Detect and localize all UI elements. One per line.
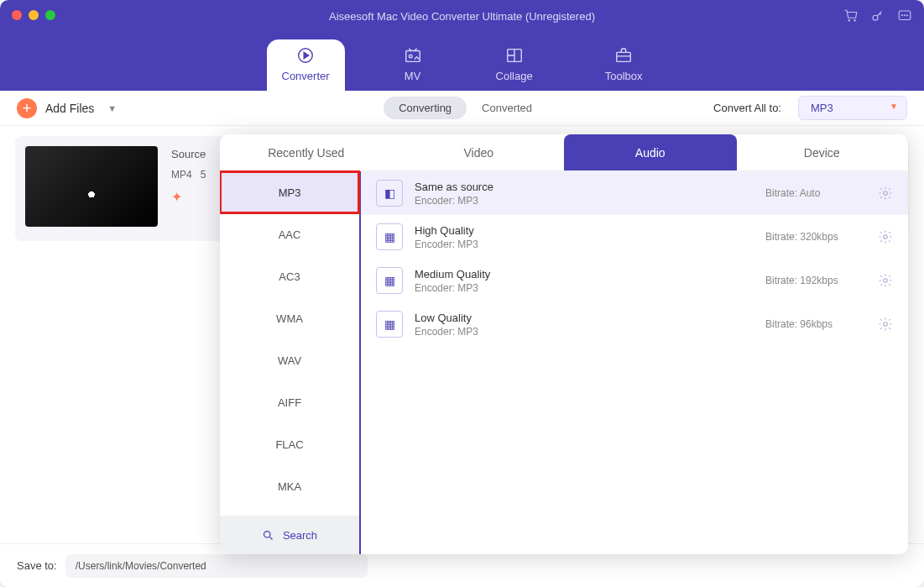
format-wma[interactable]: WMA [220, 297, 359, 339]
status-toggle: Converting Converted [384, 97, 547, 119]
svg-rect-7 [405, 51, 420, 62]
popover-body: MP3 AAC AC3 WMA WAV AIFF FLAC MKA Search… [220, 171, 908, 554]
preset-title: Low Quality [415, 312, 478, 324]
main-tabs: Converter MV Collage Toolbox [0, 32, 924, 91]
cart-icon[interactable] [843, 8, 859, 27]
format-flac[interactable]: FLAC [220, 423, 359, 465]
tab-converter[interactable]: Converter [267, 39, 345, 91]
convert-all-label: Convert All to: [713, 102, 781, 114]
popover-tab-device[interactable]: Device [736, 134, 909, 170]
toggle-converted[interactable]: Converted [467, 97, 547, 119]
svg-point-4 [907, 15, 908, 16]
file-meta: Source MP4 5 ✦ [171, 146, 206, 231]
preset-list: ◧ Same as source Encoder: MP3 Bitrate: A… [361, 171, 908, 554]
search-icon [262, 529, 274, 542]
preset-bitrate: Bitrate: 192kbps [765, 275, 866, 286]
gear-icon[interactable] [878, 273, 893, 288]
popover-tab-audio[interactable]: Audio [564, 134, 737, 170]
preset-bitrate: Bitrate: 320kbps [765, 231, 866, 243]
preset-icon: ▦ [376, 223, 403, 250]
preset-bitrate: Bitrate: Auto [765, 187, 866, 199]
chevron-down-icon[interactable]: ▼ [107, 103, 117, 113]
svg-point-15 [884, 322, 888, 327]
format-ac3[interactable]: AC3 [220, 255, 359, 297]
preset-encoder: Encoder: MP3 [415, 195, 493, 207]
svg-point-13 [884, 235, 888, 239]
save-path-field[interactable]: /Users/link/Movies/Converted [65, 554, 368, 578]
preset-title: Medium Quality [415, 268, 490, 280]
codec-badge: MP4 [171, 169, 192, 181]
add-files-label: Add Files [45, 102, 94, 115]
gear-icon[interactable] [878, 229, 893, 244]
file-badges: MP4 5 [171, 169, 206, 181]
toolbar: + Add Files ▼ Converting Converted Conve… [0, 91, 924, 126]
feedback-icon[interactable] [897, 8, 912, 27]
gear-icon[interactable] [878, 317, 893, 332]
preset-same-as-source[interactable]: ◧ Same as source Encoder: MP3 Bitrate: A… [361, 171, 908, 215]
svg-point-12 [884, 191, 888, 196]
preset-icon: ▦ [376, 311, 403, 338]
key-icon[interactable] [870, 8, 885, 27]
preset-icon: ◧ [376, 180, 403, 207]
format-search[interactable]: Search [220, 516, 359, 554]
tab-toolbox[interactable]: Toolbox [590, 39, 658, 91]
convert-all-dropdown[interactable]: MP3 [798, 96, 907, 120]
svg-point-14 [884, 279, 888, 283]
format-mka[interactable]: MKA [220, 465, 359, 507]
preset-title: High Quality [415, 224, 478, 237]
tab-label: Toolbox [605, 70, 643, 82]
source-label: Source [171, 148, 206, 160]
preset-bitrate: Bitrate: 96kbps [765, 318, 866, 330]
svg-point-0 [873, 15, 878, 20]
window-title: Aiseesoft Mac Video Converter Ultimate (… [0, 10, 924, 23]
format-popover: Recently Used Video Audio Device MP3 AAC… [220, 134, 908, 554]
svg-point-2 [902, 15, 903, 16]
format-aac[interactable]: AAC [220, 213, 359, 255]
search-label: Search [283, 529, 317, 542]
popover-tab-video[interactable]: Video [393, 134, 566, 170]
preset-medium-quality[interactable]: ▦ Medium Quality Encoder: MP3 Bitrate: 1… [361, 259, 908, 302]
format-aiff[interactable]: AIFF [220, 381, 359, 423]
add-files-button[interactable]: + Add Files ▼ [17, 98, 117, 118]
preset-icon: ▦ [376, 267, 403, 294]
svg-marker-6 [304, 52, 309, 58]
tab-mv[interactable]: MV [387, 39, 439, 91]
save-to-label: Save to: [17, 559, 57, 572]
enhance-icon[interactable]: ✦ [171, 189, 206, 205]
popover-tab-recent[interactable]: Recently Used [220, 134, 393, 170]
plus-icon: + [17, 98, 37, 118]
preset-text: High Quality Encoder: MP3 [415, 224, 478, 250]
preset-encoder: Encoder: MP3 [415, 238, 478, 250]
tab-label: Converter [282, 70, 330, 82]
extra-badge: 5 [201, 169, 206, 181]
preset-text: Low Quality Encoder: MP3 [415, 312, 478, 338]
preset-high-quality[interactable]: ▦ High Quality Encoder: MP3 Bitrate: 320… [361, 215, 908, 259]
video-thumbnail[interactable] [25, 146, 158, 227]
format-wav[interactable]: WAV [220, 339, 359, 381]
popover-tabs: Recently Used Video Audio Device [220, 134, 908, 171]
header: Aiseesoft Mac Video Converter Ultimate (… [0, 0, 924, 91]
tab-label: MV [405, 70, 421, 82]
svg-point-8 [409, 55, 412, 58]
header-actions [843, 8, 912, 27]
tab-collage[interactable]: Collage [481, 39, 548, 91]
tab-label: Collage [496, 70, 533, 82]
svg-point-11 [264, 531, 270, 537]
preset-encoder: Encoder: MP3 [415, 282, 490, 294]
preset-text: Medium Quality Encoder: MP3 [415, 268, 490, 294]
toggle-converting[interactable]: Converting [384, 97, 467, 119]
preset-low-quality[interactable]: ▦ Low Quality Encoder: MP3 Bitrate: 96kb… [361, 302, 908, 346]
preset-text: Same as source Encoder: MP3 [415, 181, 493, 207]
format-list: MP3 AAC AC3 WMA WAV AIFF FLAC MKA Search [220, 171, 361, 554]
preset-title: Same as source [415, 181, 493, 193]
preset-encoder: Encoder: MP3 [415, 326, 478, 338]
format-mp3[interactable]: MP3 [220, 171, 359, 213]
svg-rect-10 [617, 52, 631, 61]
svg-point-3 [905, 15, 906, 16]
gear-icon[interactable] [878, 186, 893, 201]
